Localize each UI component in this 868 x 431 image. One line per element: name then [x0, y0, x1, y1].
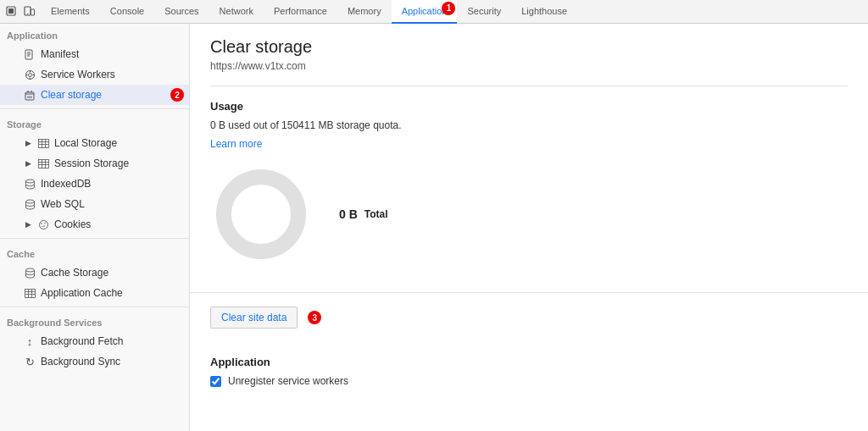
device-icon[interactable] — [22, 5, 36, 19]
inspect-icon[interactable] — [5, 5, 19, 19]
sidebar-item-session-storage[interactable]: ▶ Session Storage — [0, 153, 189, 174]
tab-sources[interactable]: Sources — [154, 0, 209, 24]
tab-memory[interactable]: Memory — [337, 0, 392, 24]
clear-storage-label: Clear storage — [41, 89, 102, 101]
page-url: https://www.v1tx.com — [210, 60, 848, 72]
svg-point-32 — [25, 180, 34, 183]
svg-point-34 — [39, 220, 47, 229]
session-storage-label: Session Storage — [54, 157, 129, 169]
sidebar-item-application-cache[interactable]: Application Cache — [0, 283, 189, 303]
unregister-sw-checkbox[interactable] — [210, 376, 221, 387]
tab-network[interactable]: Network — [209, 0, 264, 24]
manifest-label: Manifest — [41, 48, 79, 60]
svg-point-38 — [42, 225, 42, 226]
manifest-icon — [24, 48, 36, 60]
sidebar-item-cookies[interactable]: ▶ Cookies — [0, 214, 189, 235]
tab-security[interactable]: Security — [457, 0, 511, 24]
svg-point-45 — [224, 177, 298, 251]
svg-point-10 — [28, 73, 31, 76]
button-section: Clear site data 3 — [190, 292, 868, 342]
clear-storage-badge: 2 — [170, 88, 184, 102]
indexeddb-icon — [24, 178, 36, 190]
svg-rect-27 — [38, 159, 48, 168]
sidebar-item-indexeddb[interactable]: IndexedDB — [0, 174, 189, 194]
svg-rect-22 — [38, 139, 48, 147]
learn-more-link[interactable]: Learn more — [210, 138, 262, 150]
cache-storage-label: Cache Storage — [41, 267, 108, 279]
sidebar-item-web-sql[interactable]: Web SQL — [0, 194, 189, 214]
sidebar-item-clear-storage[interactable]: Clear storage 2 — [0, 85, 189, 105]
sidebar-section-cache: Cache — [0, 242, 189, 262]
content-area: Clear storage https://www.v1tx.com Usage… — [190, 24, 868, 292]
application-cache-icon — [24, 287, 36, 299]
svg-point-33 — [25, 200, 34, 203]
tab-bar: Elements Console Sources Network Perform… — [0, 0, 868, 24]
main-content: Clear storage https://www.v1tx.com Usage… — [190, 24, 868, 431]
divider-cache — [0, 238, 189, 239]
sidebar-section-storage: Storage — [0, 113, 189, 133]
session-storage-arrow: ▶ — [24, 159, 32, 168]
chart-legend: 0 B Total — [339, 207, 388, 221]
local-storage-label: Local Storage — [54, 137, 117, 149]
svg-point-37 — [43, 225, 45, 227]
background-fetch-label: Background Fetch — [41, 335, 123, 347]
service-workers-label: Service Workers — [41, 69, 115, 80]
background-sync-icon: ↻ — [24, 356, 36, 367]
unregister-sw-row: Unregister service workers — [210, 375, 848, 387]
sidebar-section-background-services: Background Services — [0, 311, 189, 331]
application-section: Application Unregister service workers — [190, 342, 868, 387]
tab-performance[interactable]: Performance — [264, 0, 337, 24]
divider-storage — [0, 108, 189, 109]
legend-total-value: 0 B — [339, 207, 358, 221]
tab-lighthouse[interactable]: Lighthouse — [511, 0, 577, 24]
svg-point-35 — [41, 223, 42, 224]
svg-point-3 — [27, 13, 29, 14]
local-storage-arrow: ▶ — [24, 139, 32, 147]
application-section-title: Application — [210, 356, 848, 368]
main-layout: Application Manifest — [0, 24, 868, 431]
web-sql-label: Web SQL — [41, 198, 85, 210]
sidebar-item-service-workers[interactable]: Service Workers — [0, 64, 189, 85]
donut-chart — [210, 163, 312, 265]
svg-point-39 — [25, 268, 34, 272]
sidebar-item-cache-storage[interactable]: Cache Storage — [0, 262, 189, 283]
service-workers-icon — [24, 69, 36, 80]
legend-total-label: Total — [364, 208, 388, 220]
clear-storage-icon — [24, 89, 36, 101]
usage-text: 0 B used out of 150411 MB storage quota. — [210, 119, 848, 131]
clear-button-badge: 3 — [308, 311, 321, 324]
background-fetch-icon: ↕ — [24, 335, 36, 347]
session-storage-icon — [37, 157, 49, 169]
tab-console[interactable]: Console — [100, 0, 154, 24]
unregister-sw-label: Unregister service workers — [228, 375, 348, 387]
cookies-icon — [37, 218, 49, 230]
local-storage-icon — [37, 137, 49, 149]
sidebar-item-local-storage[interactable]: ▶ Local Storage — [0, 133, 189, 153]
clear-site-data-button[interactable]: Clear site data — [210, 307, 298, 329]
sidebar-item-background-sync[interactable]: ↻ Background Sync — [0, 351, 189, 372]
tab-elements[interactable]: Elements — [41, 0, 100, 24]
svg-rect-4 — [31, 9, 35, 15]
svg-rect-1 — [8, 8, 14, 14]
indexeddb-label: IndexedDB — [41, 178, 91, 190]
background-sync-label: Background Sync — [41, 356, 120, 367]
application-cache-label: Application Cache — [41, 287, 123, 299]
chart-area: 0 B Total — [210, 163, 848, 265]
sidebar-item-background-fetch[interactable]: ↕ Background Fetch — [0, 331, 189, 351]
usage-section-title: Usage — [210, 100, 848, 113]
sidebar: Application Manifest — [0, 24, 190, 431]
tab-application[interactable]: Application 1 — [392, 0, 458, 24]
legend-total: 0 B Total — [339, 207, 388, 221]
page-title: Clear storage — [210, 37, 848, 57]
devtools-icons — [0, 5, 41, 19]
cookies-label: Cookies — [54, 218, 91, 230]
cache-storage-icon — [24, 267, 36, 279]
divider-1 — [210, 86, 848, 86]
web-sql-icon — [24, 198, 36, 210]
sidebar-section-application: Application — [0, 24, 189, 44]
divider-bg-services — [0, 307, 189, 307]
application-tab-badge: 1 — [442, 2, 455, 15]
svg-point-36 — [44, 222, 45, 223]
sidebar-item-manifest[interactable]: Manifest — [0, 44, 189, 64]
cookies-arrow: ▶ — [24, 220, 32, 229]
